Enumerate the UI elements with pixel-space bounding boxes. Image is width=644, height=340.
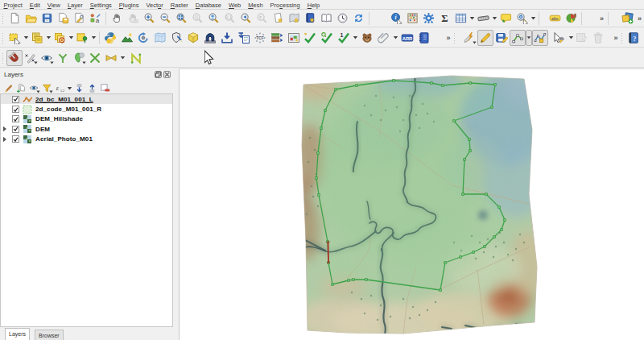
add-line-feature-dropdown[interactable] — [526, 30, 532, 46]
place-marker-dropdown[interactable] — [90, 30, 97, 46]
style-manager-button[interactable]: a — [87, 10, 103, 27]
zoom-next-button[interactable] — [254, 10, 270, 27]
layer-stack-tool-button[interactable] — [269, 30, 285, 46]
snap-on-intersections-button[interactable] — [87, 50, 103, 66]
menu-raster[interactable]: Raster — [167, 0, 192, 10]
open-layer-styling-button[interactable] — [2, 81, 14, 94]
zoom-in-button[interactable] — [141, 10, 157, 27]
identify-features-button[interactable]: i — [388, 10, 404, 27]
enable-tracing-button[interactable] — [128, 50, 144, 66]
zoom-to-layer-button[interactable] — [205, 10, 221, 27]
show-spatial-bookmarks-button[interactable] — [286, 10, 302, 27]
layer-checkbox[interactable] — [12, 126, 19, 133]
toolbar-overflow-3[interactable]: » — [444, 34, 452, 42]
temporal-controller-button[interactable] — [318, 10, 334, 27]
run-quality-check-button[interactable] — [319, 30, 335, 46]
temporal-panel-button[interactable] — [334, 10, 350, 27]
menu-edit[interactable]: Edit — [26, 0, 43, 10]
pan-to-selection-button[interactable] — [125, 10, 141, 27]
measure-line-dropdown[interactable] — [491, 10, 497, 27]
tcf-tools-button[interactable]: TCF — [252, 30, 268, 46]
show-labels-button[interactable]: abc — [547, 10, 563, 27]
terrain-tools-button[interactable] — [119, 30, 135, 46]
toolbar-handle[interactable] — [2, 12, 5, 25]
modify-attributes-dropdown[interactable] — [568, 30, 574, 46]
select-by-form-button[interactable] — [29, 30, 45, 46]
toolbar-overflow-2[interactable]: » — [635, 15, 643, 23]
style-tools-button[interactable] — [169, 30, 185, 46]
delete-selected-button[interactable] — [590, 30, 606, 46]
culvert-tool-button[interactable] — [202, 30, 218, 46]
panel-undock-button[interactable] — [155, 71, 162, 78]
panel-close-button[interactable] — [163, 71, 171, 78]
layer-checkbox[interactable] — [12, 135, 19, 143]
menu-web[interactable]: Web — [225, 0, 244, 10]
layer-checkbox[interactable] — [12, 106, 19, 113]
snapping-options-button[interactable] — [23, 50, 39, 66]
layout-manager-button[interactable] — [71, 10, 87, 27]
topological-editing-button[interactable] — [55, 50, 71, 66]
layer-row-2d_bc_M01_001_L[interactable]: 2d_bc_M01_001_L — [1, 94, 172, 104]
flood-map-button[interactable] — [152, 30, 168, 46]
map-window-button[interactable] — [286, 30, 302, 46]
select-features-button[interactable] — [6, 30, 23, 46]
place-marker-button[interactable] — [74, 30, 90, 46]
run-feature-action-button[interactable] — [420, 10, 436, 27]
toolbar-overflow-1[interactable]: » — [597, 15, 605, 23]
new-project-button[interactable] — [6, 10, 23, 27]
avoid-overlap-button[interactable] — [71, 50, 87, 66]
layer-checkbox[interactable] — [12, 96, 19, 103]
save-project-button[interactable] — [39, 10, 55, 27]
menu-help[interactable]: Help — [303, 0, 323, 10]
remove-layer-button[interactable] — [98, 81, 111, 94]
toolbar-handle[interactable] — [453, 31, 456, 44]
filter-by-expression-button[interactable]: ε1,2 — [53, 81, 66, 94]
bookmark-manager-button[interactable] — [302, 10, 318, 27]
menu-settings[interactable]: Settings — [86, 0, 115, 10]
bc-line-feature[interactable] — [328, 242, 329, 263]
import-empty-file-button[interactable] — [219, 30, 235, 46]
tuflow-viewer-button[interactable] — [359, 30, 375, 46]
tuflow-manual-button[interactable] — [416, 30, 432, 46]
show-diagrams-button[interactable] — [563, 10, 579, 27]
map-tips-button[interactable] — [497, 10, 514, 27]
layer-row-DEM_Hillshade[interactable]: DEM_Hillshade — [1, 114, 172, 124]
data-source-manager-button[interactable] — [619, 10, 635, 27]
vertex-tool-button[interactable] — [532, 30, 548, 46]
menu-view[interactable]: View — [43, 0, 64, 10]
tab-layers[interactable]: Layers — [5, 328, 30, 340]
menu-processing[interactable]: Processing — [266, 0, 303, 10]
reload-data-button[interactable] — [135, 30, 151, 46]
open-attribute-table-button[interactable] — [452, 10, 469, 27]
layer-row-Aerial_Photo_M01[interactable]: Aerial_Photo_M01 — [1, 135, 172, 144]
python-console-button[interactable] — [102, 30, 118, 46]
menu-layer[interactable]: Layer — [64, 0, 86, 10]
open-attribute-table-dropdown[interactable] — [469, 10, 475, 27]
zoom-out-button[interactable] — [157, 10, 173, 27]
add-group-button[interactable] — [14, 81, 27, 94]
toolbar-handle[interactable] — [2, 52, 5, 64]
filter-legend-button[interactable] — [40, 81, 53, 94]
layer-checkbox[interactable] — [12, 115, 19, 122]
layer-row-DEM[interactable]: DEM — [1, 124, 172, 134]
multiedit-attributes-button[interactable] — [574, 30, 590, 46]
select-by-form-dropdown[interactable] — [45, 30, 52, 46]
tab-browser[interactable]: Browser — [35, 330, 64, 340]
check-geometry-button[interactable] — [302, 30, 318, 46]
attach-tool-dropdown[interactable] — [392, 30, 398, 46]
zoom-last-button[interactable] — [237, 10, 254, 27]
layer-row-2d_code_M01_001_R[interactable]: 2d_code_M01_001_R — [1, 104, 172, 114]
collapse-all-button[interactable] — [85, 81, 98, 94]
pan-map-button[interactable] — [109, 10, 125, 27]
menu-database[interactable]: Database — [192, 0, 225, 10]
expand-all-button[interactable] — [72, 81, 85, 94]
save-layer-edits-button[interactable] — [493, 30, 510, 46]
expander-icon[interactable] — [1, 135, 9, 144]
toolbar-handle[interactable] — [621, 31, 624, 44]
manage-map-themes-button[interactable] — [27, 81, 40, 94]
snapping-visibility-button[interactable] — [39, 50, 55, 66]
zoom-full-extent-button[interactable] — [173, 10, 189, 27]
new-spatial-bookmark-button[interactable] — [270, 10, 286, 27]
modify-attributes-button[interactable] — [551, 30, 568, 46]
add-line-feature-button[interactable] — [510, 30, 526, 46]
